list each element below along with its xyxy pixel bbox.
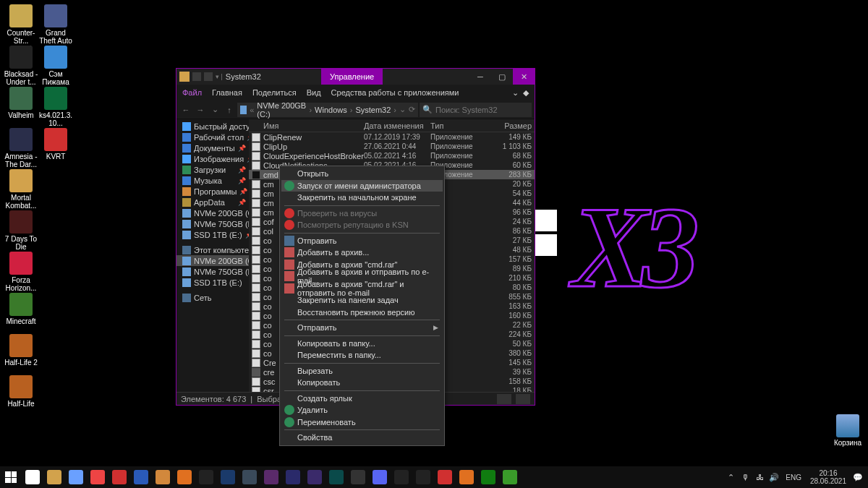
search-input[interactable]: 🔍 Поиск: System32: [420, 103, 532, 117]
context-menu-item[interactable]: Добавить в архив...: [281, 247, 443, 259]
desktop-shortcut[interactable]: Blacksad - Under t...: [4, 46, 38, 86]
taskbar-app-me[interactable]: [304, 466, 326, 488]
context-menu-item[interactable]: Копировать в папку...: [281, 338, 443, 350]
col-date[interactable]: Дата изменения: [364, 121, 430, 130]
qa-toolbar-icon[interactable]: [204, 72, 213, 81]
tree-item[interactable]: AppData📌: [176, 197, 249, 207]
recycle-bin[interactable]: Корзина: [830, 414, 865, 447]
crumb-system32[interactable]: System32: [355, 106, 391, 114]
context-menu-item[interactable]: Добавить в архив "cmd.rar" и отправить п…: [281, 283, 443, 295]
tree-item[interactable]: NVMe 750GB (D:): [176, 266, 249, 277]
refresh-icon[interactable]: ⟳: [409, 105, 415, 114]
tree-item[interactable]: NVMe 200GB (C:)📌: [176, 207, 249, 218]
taskbar-app-cmd[interactable]: [195, 466, 217, 488]
tray-volume-icon[interactable]: 🔊: [767, 466, 781, 488]
context-menu-item[interactable]: Отправить: [281, 235, 443, 247]
taskbar-app-search[interactable]: [22, 466, 43, 488]
taskbar-app-pr[interactable]: [260, 466, 282, 488]
file-row[interactable]: ClipUp27.06.2021 0:44Приложение1 103 КБ: [249, 142, 535, 151]
context-menu-item[interactable]: Свойства: [281, 432, 443, 444]
desktop-shortcut[interactable]: ks4.021.3.10...: [38, 87, 73, 127]
tree-item[interactable]: Музыка📌: [176, 175, 249, 186]
ribbon-share[interactable]: Поделиться: [252, 88, 297, 97]
context-menu-item[interactable]: Переместить в папку...: [281, 349, 443, 361]
taskbar-app-notepad[interactable]: [65, 466, 87, 488]
context-menu-item[interactable]: Закрепить на начальном экране: [281, 192, 443, 204]
tree-item[interactable]: Загрузки📌: [176, 164, 249, 175]
notifications-icon[interactable]: 💬: [851, 466, 865, 488]
crumb-dropdown-icon[interactable]: ⌄: [399, 105, 406, 114]
ribbon-file[interactable]: Файл: [182, 88, 202, 97]
context-menu-item[interactable]: Открыть: [281, 168, 443, 180]
context-menu-item[interactable]: Отправить▶: [281, 322, 443, 334]
desktop-shortcut[interactable]: Half-Life: [4, 375, 38, 408]
col-type[interactable]: Тип: [430, 121, 485, 130]
desktop-shortcut[interactable]: Valheim: [4, 87, 38, 119]
tray-expand-icon[interactable]: ⌃: [723, 466, 738, 488]
forward-button[interactable]: →: [194, 103, 207, 116]
taskbar-app-chrome[interactable]: [87, 466, 109, 488]
context-menu-item[interactable]: Восстановить прежнюю версию: [281, 307, 443, 319]
file-row[interactable]: ClipRenew07.12.2019 17:39Приложение149 К…: [249, 132, 535, 142]
clock[interactable]: 20:16 28.06.2021: [806, 469, 851, 485]
taskbar-app-utorrent[interactable]: [499, 466, 521, 488]
desktop-shortcut[interactable]: KVRT: [38, 128, 73, 160]
tree-item[interactable]: Документы📌: [176, 142, 249, 153]
tree-item[interactable]: SSD 1TB (E:)📌: [176, 229, 249, 240]
taskbar-app-sublime[interactable]: [239, 466, 260, 488]
desktop-shortcut[interactable]: Minecraft: [4, 293, 38, 325]
help-icon[interactable]: ◆: [523, 88, 529, 98]
taskbar-app-aimp[interactable]: [152, 466, 174, 488]
desktop-shortcut[interactable]: Mortal Kombat...: [4, 169, 38, 210]
ribbon-view[interactable]: Вид: [307, 88, 321, 97]
taskbar-app-steam[interactable]: [391, 466, 412, 488]
qa-toolbar-icon[interactable]: [192, 72, 201, 81]
col-name[interactable]: Имя: [252, 121, 364, 130]
desktop-shortcut[interactable]: Сэм Пижама: [38, 46, 73, 86]
taskbar-app-ps[interactable]: [217, 466, 239, 488]
tree-item[interactable]: Рабочий стол📌: [176, 132, 249, 142]
tree-item[interactable]: Изображения📌: [176, 153, 249, 164]
desktop-shortcut[interactable]: Forza Horizon...: [4, 252, 38, 292]
view-large-button[interactable]: [516, 394, 530, 404]
desktop-shortcut[interactable]: Half-Life 2: [4, 334, 38, 367]
context-menu-item[interactable]: Копировать: [281, 377, 443, 389]
context-menu-item[interactable]: Удалить: [281, 404, 443, 416]
maximize-button[interactable]: ▢: [491, 69, 513, 85]
taskbar-app-obs[interactable]: [347, 466, 369, 488]
language-indicator[interactable]: ENG: [781, 474, 806, 481]
crumb-drive[interactable]: NVMe 200GB (C:): [257, 101, 306, 119]
taskbar-app-xbox[interactable]: [477, 466, 499, 488]
context-menu-item[interactable]: Запуск от имени администратора: [281, 180, 443, 192]
context-menu-item[interactable]: Создать ярлык: [281, 393, 443, 405]
start-button[interactable]: [0, 466, 22, 488]
tray-mic-icon[interactable]: 🎙: [738, 466, 752, 488]
col-size[interactable]: Размер: [485, 121, 532, 130]
breadcrumb[interactable]: « NVMe 200GB (C:)› Windows› System32› ⌄ …: [237, 103, 418, 117]
up-button[interactable]: ↑: [223, 103, 236, 116]
desktop-shortcut[interactable]: Amnesia - The Dar...: [4, 128, 38, 168]
back-button[interactable]: ←: [179, 103, 192, 116]
context-menu-item[interactable]: Переименовать: [281, 416, 443, 429]
taskbar-app-word[interactable]: [130, 466, 152, 488]
tree-item[interactable]: Этот компьютер: [176, 244, 249, 255]
taskbar-app-opera[interactable]: [434, 466, 456, 488]
column-headers[interactable]: Имя Дата изменения Тип Размер: [249, 119, 535, 132]
tree-item[interactable]: NVMe 750GB (D:)📌: [176, 218, 249, 229]
context-menu-item[interactable]: Закрепить на панели задач: [281, 294, 443, 307]
taskbar-app-yandex[interactable]: [109, 466, 130, 488]
taskbar-app-epic[interactable]: [412, 466, 434, 488]
minimize-button[interactable]: ─: [469, 69, 491, 85]
desktop-shortcut[interactable]: 7 Days To Die: [4, 210, 38, 251]
history-button[interactable]: ⌄: [208, 103, 221, 116]
context-menu-item[interactable]: Посмотреть репутацию в KSN: [281, 219, 443, 231]
context-menu-item[interactable]: Проверить на вирусы: [281, 207, 443, 220]
manage-tab[interactable]: Управление: [321, 69, 383, 85]
tray-network-icon[interactable]: 🖧: [752, 466, 767, 488]
tree-item[interactable]: Быстрый доступ: [176, 121, 249, 132]
taskbar-app-ae[interactable]: [282, 466, 304, 488]
tree-item[interactable]: SSD 1TB (E:): [176, 277, 249, 288]
tree-item[interactable]: Сеть: [176, 292, 249, 303]
file-row[interactable]: CloudExperienceHostBroker05.02.2021 4:16…: [249, 151, 535, 160]
taskbar-app-explorer[interactable]: [43, 466, 65, 488]
